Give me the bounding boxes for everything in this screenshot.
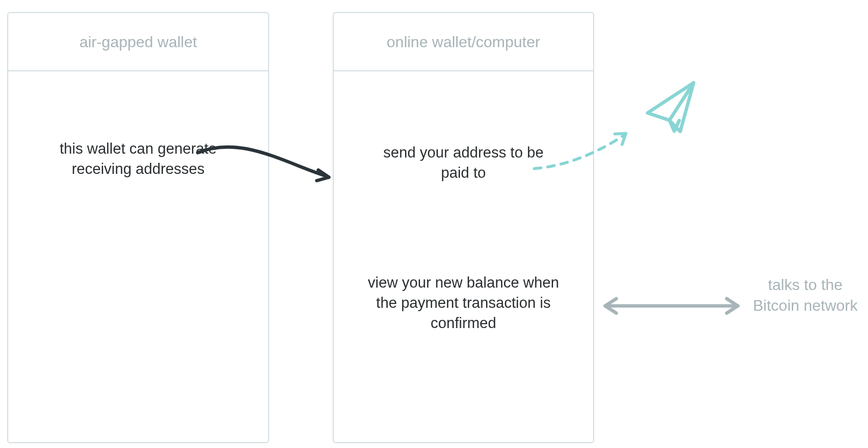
diagram-container: air-gapped wallet this wallet can genera… xyxy=(0,0,868,448)
online-wallet-header: online wallet/computer xyxy=(334,13,593,71)
air-gapped-wallet-header: air-gapped wallet xyxy=(8,13,268,71)
air-gapped-wallet-box: air-gapped wallet this wallet can genera… xyxy=(7,12,269,443)
generate-addresses-text: this wallet can generate receiving addre… xyxy=(32,139,244,179)
paper-plane-icon xyxy=(644,83,702,137)
bitcoin-network-text: talks to the Bitcoin network xyxy=(752,275,858,316)
send-address-text: send your address to be paid to xyxy=(377,143,550,183)
view-balance-text: view your new balance when the payment t… xyxy=(357,273,570,333)
online-wallet-body: send your address to be paid to view you… xyxy=(334,71,593,442)
arrow-balance-network-icon xyxy=(605,299,738,313)
air-gapped-wallet-body: this wallet can generate receiving addre… xyxy=(8,71,268,442)
online-wallet-box: online wallet/computer send your address… xyxy=(333,12,594,443)
